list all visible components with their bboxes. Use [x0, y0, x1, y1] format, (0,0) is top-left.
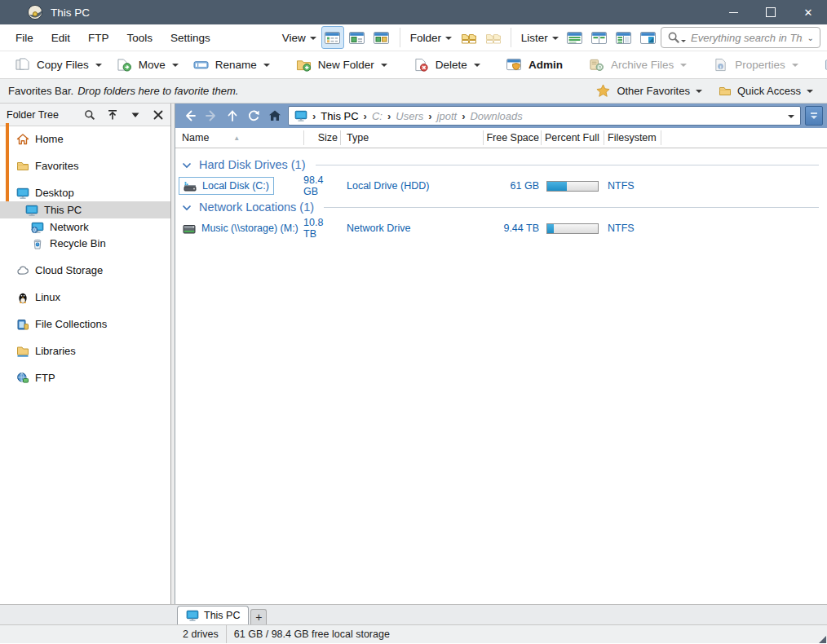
breadcrumb-downloads[interactable]: Downloads	[470, 110, 522, 122]
chevron-down-icon[interactable]	[95, 64, 102, 67]
breadcrumb-jpott[interactable]: jpott	[437, 110, 458, 122]
chevron-down-icon[interactable]	[381, 64, 387, 67]
menu-ftp[interactable]: FTP	[79, 32, 118, 44]
tree-collapse-all-button[interactable]	[104, 106, 122, 124]
admin-label: Admin	[528, 59, 563, 71]
lister-dual-vertical-button[interactable]	[588, 26, 611, 49]
breadcrumb-c-drive[interactable]: C:	[372, 110, 383, 122]
column-divider[interactable]	[483, 130, 484, 145]
move-button[interactable]: Move	[109, 55, 186, 74]
view-thumbnail-button[interactable]	[370, 26, 393, 49]
menu-edit[interactable]: Edit	[42, 32, 79, 44]
up-button[interactable]	[222, 105, 242, 126]
breadcrumb-users[interactable]: Users	[396, 110, 423, 122]
tree-search-button[interactable]	[81, 106, 99, 124]
lister-dropdown[interactable]: Lister	[517, 32, 563, 44]
column-divider[interactable]	[604, 130, 604, 145]
close-button[interactable]: ✕	[789, 0, 827, 24]
tree-item-network[interactable]: Network	[0, 218, 170, 236]
chevron-down-icon	[792, 64, 798, 67]
file-name-cell[interactable]: Local Disk (C:)	[179, 177, 274, 195]
chevron-down-icon[interactable]	[263, 64, 270, 67]
tree-close-button[interactable]	[149, 106, 167, 124]
lister-dual-horizontal-button[interactable]	[613, 26, 635, 49]
minimize-button[interactable]	[714, 0, 752, 24]
quick-access-button[interactable]: Quick Access	[713, 83, 819, 99]
tree-item-linux[interactable]: Linux	[0, 289, 170, 306]
forward-button[interactable]	[201, 105, 221, 126]
breadcrumb[interactable]: › This PC › C: › Users › jpott › Downloa…	[288, 106, 801, 126]
tree-item-file-collections[interactable]: File Collections	[0, 315, 170, 333]
tree-item-libraries[interactable]: Libraries	[0, 342, 170, 359]
tree-item-favorites[interactable]: Favorites	[0, 157, 170, 174]
tree-item-cloud-storage[interactable]: Cloud Storage	[0, 262, 170, 279]
menu-settings[interactable]: Settings	[161, 32, 219, 44]
chevron-down-icon[interactable]	[172, 64, 179, 67]
column-type[interactable]: Type	[347, 128, 369, 148]
maximize-button[interactable]	[752, 0, 789, 24]
file-row-music-m[interactable]: Music (\\storage) (M:) 10.8 TB Network D…	[175, 218, 827, 238]
search-icon	[667, 31, 680, 44]
delete-button[interactable]: Delete	[406, 55, 488, 74]
group-hard-disk-drives[interactable]: Hard Disk Drives (1)	[175, 155, 827, 174]
folder-dropdown[interactable]: Folder	[406, 32, 456, 44]
column-percent-full[interactable]: Percent Full	[545, 128, 599, 148]
breadcrumb-dropdown-icon[interactable]	[788, 115, 794, 118]
lister-viewer-button[interactable]	[637, 26, 660, 49]
file-name-cell[interactable]: Music (\\storage) (M:)	[179, 219, 303, 237]
archive-files-button[interactable]: Archive Files	[582, 55, 694, 74]
home-button[interactable]	[264, 105, 285, 126]
lister-single-button[interactable]	[564, 26, 586, 49]
column-filesystem[interactable]: Filesystem	[608, 128, 657, 148]
slideshow-button[interactable]: Slideshow	[817, 55, 827, 74]
admin-button[interactable]: Admin	[499, 55, 570, 74]
view-details-button[interactable]	[321, 26, 344, 49]
app-logo-icon	[27, 4, 43, 20]
sort-ascending-icon: ▲	[233, 135, 240, 142]
menu-tools[interactable]: Tools	[118, 32, 162, 44]
column-free-space[interactable]: Free Space	[485, 128, 539, 148]
column-divider[interactable]	[340, 130, 341, 145]
folder-tabs-button[interactable]	[457, 26, 480, 49]
rename-button[interactable]: Rename	[186, 55, 277, 74]
new-tab-button[interactable]: +	[250, 609, 267, 624]
column-divider[interactable]	[541, 130, 542, 145]
view-tile-button[interactable]	[346, 26, 369, 49]
path-options-button[interactable]	[805, 106, 823, 126]
new-folder-button[interactable]: New Folder	[289, 55, 395, 74]
tree-item-this-pc[interactable]: This PC	[0, 201, 170, 218]
tree-item-label: This PC	[44, 204, 82, 216]
group-network-locations[interactable]: Network Locations (1)	[175, 197, 827, 217]
chevron-down-icon	[807, 90, 813, 93]
chevron-down-icon	[445, 37, 452, 40]
back-button[interactable]	[179, 105, 200, 126]
column-size[interactable]: Size	[303, 128, 338, 148]
column-divider[interactable]	[661, 130, 661, 145]
tree-item-ftp[interactable]: FTP	[0, 369, 170, 386]
path-options-icon	[811, 116, 817, 119]
search-box[interactable]: ⌄	[661, 27, 820, 48]
copy-files-button[interactable]: Copy Files	[7, 55, 109, 74]
tree-item-home[interactable]: Home	[0, 130, 170, 148]
file-row-local-disk-c[interactable]: Local Disk (C:) 98.4 GB Local Drive (HDD…	[175, 176, 827, 196]
view-dropdown[interactable]: View	[278, 32, 321, 44]
tree-options-button[interactable]	[126, 106, 144, 124]
column-name[interactable]: Name ▲	[182, 128, 240, 148]
tab-label: This PC	[204, 610, 240, 621]
search-history-chevron-icon[interactable]: ⌄	[807, 33, 814, 42]
breadcrumb-this-pc[interactable]: This PC	[321, 110, 358, 122]
search-input[interactable]	[689, 31, 804, 45]
folder-sync-button[interactable]	[481, 26, 504, 49]
chevron-down-icon[interactable]	[474, 64, 480, 67]
folder-tree-header: Folder Tree	[0, 104, 170, 126]
tab-this-pc[interactable]: This PC	[177, 606, 249, 624]
tree-item-recycle-bin[interactable]: Recycle Bin	[0, 235, 170, 252]
tree-item-desktop[interactable]: Desktop	[0, 184, 170, 201]
menu-file[interactable]: File	[7, 32, 42, 44]
resize-grip[interactable]	[819, 636, 826, 643]
tree-item-label: Network	[50, 221, 89, 233]
properties-button[interactable]: Properties	[705, 55, 806, 74]
other-favorites-button[interactable]: Other Favorites	[590, 82, 708, 99]
refresh-button[interactable]	[243, 105, 263, 126]
column-divider[interactable]	[303, 130, 304, 145]
